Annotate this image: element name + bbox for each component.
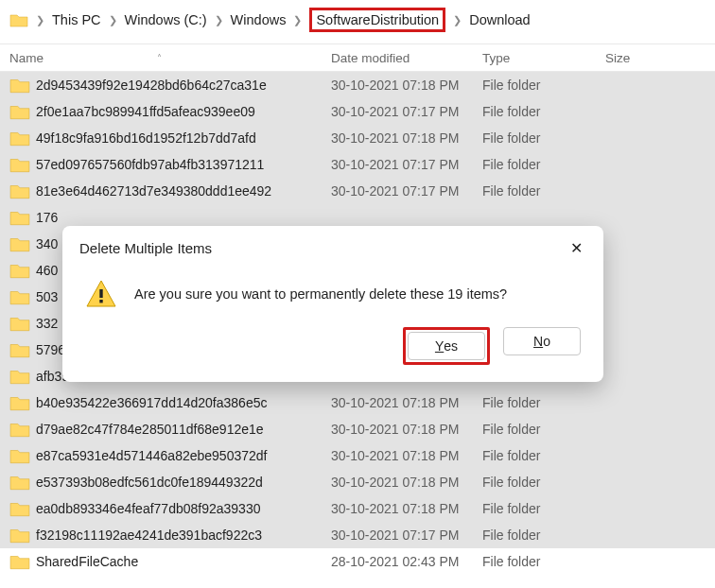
file-type: File folder	[482, 422, 605, 437]
no-rest: o	[543, 334, 550, 349]
folder-icon	[9, 447, 30, 464]
file-type: File folder	[482, 130, 605, 146]
file-date: 30-10-2021 07:18 PM	[331, 395, 482, 410]
folder-icon	[9, 500, 30, 517]
yes-button-highlight: Yes	[403, 327, 490, 365]
breadcrumb-item[interactable]: Windows	[231, 12, 287, 27]
file-type: File folder	[482, 183, 605, 199]
table-row[interactable]: e87ca5931e4d571446a82ebe950372df30-10-20…	[0, 442, 715, 469]
chevron-right-icon: ❯	[453, 14, 462, 26]
file-name: f32198c11192ae4241de391bacf922c3	[36, 527, 331, 543]
folder-icon	[9, 77, 30, 94]
close-icon[interactable]: ✕	[563, 235, 590, 261]
dialog-message: Are you sure you want to permanently del…	[134, 286, 507, 302]
file-type: File folder	[482, 501, 605, 516]
breadcrumb[interactable]: ❯ This PC ❯ Windows (C:) ❯ Windows ❯ Sof…	[0, 0, 715, 43]
file-date: 30-10-2021 07:18 PM	[331, 130, 482, 146]
folder-icon	[9, 368, 30, 385]
file-date: 30-10-2021 07:18 PM	[331, 475, 482, 490]
table-row[interactable]: d79ae82c47f784e285011df68e912e1e30-10-20…	[0, 416, 715, 442]
file-date: 30-10-2021 07:18 PM	[331, 422, 482, 437]
folder-icon	[9, 315, 30, 332]
file-name: e537393b08edfc561dc0fe189449322d	[36, 475, 331, 490]
header-type[interactable]: Type	[482, 51, 605, 65]
yes-underline: Y	[435, 338, 444, 354]
folder-icon	[9, 12, 28, 27]
file-type: File folder	[482, 78, 605, 93]
file-type: File folder	[482, 527, 605, 543]
table-row[interactable]: 81e3e64d462713d7e349380ddd1ee49230-10-20…	[0, 178, 715, 204]
file-name: ea0db893346e4feaf77db08f92a39330	[36, 501, 331, 516]
file-date: 30-10-2021 07:18 PM	[331, 78, 482, 93]
file-name: b40e935422e366917dd14d20fa386e5c	[36, 395, 331, 410]
breadcrumb-item[interactable]: This PC	[52, 12, 101, 27]
file-type: File folder	[482, 157, 605, 172]
folder-icon	[9, 209, 30, 226]
yes-button[interactable]: Yes	[408, 332, 485, 360]
table-row[interactable]: 49f18c9fa916bd16d1952f12b7dd7afd30-10-20…	[0, 125, 715, 151]
file-date: 30-10-2021 07:17 PM	[331, 157, 482, 172]
folder-icon	[9, 103, 30, 120]
file-name: 81e3e64d462713d7e349380ddd1ee492	[36, 183, 331, 199]
file-name: 2d9453439f92e19428bd6b64c27ca31e	[36, 78, 331, 93]
table-row[interactable]: b40e935422e366917dd14d20fa386e5c30-10-20…	[0, 389, 715, 416]
header-name[interactable]: Name ˄	[9, 51, 331, 65]
file-date: 30-10-2021 07:18 PM	[331, 448, 482, 463]
table-row[interactable]: ea0db893346e4feaf77db08f92a3933030-10-20…	[0, 495, 715, 522]
table-row[interactable]: e537393b08edfc561dc0fe189449322d30-10-20…	[0, 469, 715, 495]
file-date: 30-10-2021 07:17 PM	[331, 527, 482, 543]
file-name: 2f0e1aa7bc989941ffd5afeac939ee09	[36, 104, 331, 119]
folder-icon	[9, 394, 30, 411]
file-date: 28-10-2021 02:43 PM	[331, 554, 482, 569]
column-headers: Name ˄ Date modified Type Size	[0, 43, 715, 72]
no-underline: N	[533, 334, 543, 349]
no-button[interactable]: No	[503, 327, 581, 355]
folder-icon	[9, 262, 30, 279]
warning-icon	[85, 278, 117, 310]
table-row[interactable]: 2d9453439f92e19428bd6b64c27ca31e30-10-20…	[0, 72, 715, 98]
file-type: File folder	[482, 395, 605, 410]
folder-icon	[9, 182, 30, 199]
file-name: e87ca5931e4d571446a82ebe950372df	[36, 448, 331, 463]
svg-rect-0	[99, 289, 102, 298]
sort-caret-icon: ˄	[157, 53, 162, 63]
breadcrumb-item[interactable]: Windows (C:)	[125, 12, 207, 27]
file-type: File folder	[482, 448, 605, 463]
folder-icon	[9, 130, 30, 147]
header-date[interactable]: Date modified	[331, 51, 482, 65]
file-type: File folder	[482, 475, 605, 490]
yes-rest: es	[444, 338, 458, 354]
file-name: 176	[36, 210, 331, 225]
file-name: 49f18c9fa916bd16d1952f12b7dd7afd	[36, 130, 331, 146]
folder-icon	[9, 553, 30, 570]
folder-icon	[9, 421, 30, 438]
table-row[interactable]: 2f0e1aa7bc989941ffd5afeac939ee0930-10-20…	[0, 98, 715, 125]
file-type: File folder	[482, 554, 605, 569]
breadcrumb-item[interactable]: Download	[469, 12, 531, 27]
file-name: 57ed097657560fdb97ab4fb313971211	[36, 157, 331, 172]
table-row[interactable]: f32198c11192ae4241de391bacf922c330-10-20…	[0, 522, 715, 548]
file-type: File folder	[482, 104, 605, 119]
chevron-right-icon: ❯	[293, 14, 302, 26]
chevron-right-icon: ❯	[215, 14, 223, 26]
folder-icon	[9, 288, 30, 305]
table-row[interactable]: SharedFileCache28-10-2021 02:43 PMFile f…	[0, 548, 715, 575]
file-date: 30-10-2021 07:17 PM	[331, 183, 482, 199]
chevron-right-icon: ❯	[36, 14, 44, 26]
dialog-title: Delete Multiple Items	[79, 240, 212, 256]
folder-icon	[9, 156, 30, 173]
delete-dialog: Delete Multiple Items ✕ Are you sure you…	[62, 226, 603, 382]
svg-rect-1	[99, 300, 102, 303]
folder-icon	[9, 527, 30, 544]
file-name: d79ae82c47f784e285011df68e912e1e	[36, 422, 331, 437]
file-name: SharedFileCache	[36, 554, 331, 569]
chevron-right-icon: ❯	[109, 14, 117, 26]
file-date: 30-10-2021 07:17 PM	[331, 104, 482, 119]
header-size[interactable]: Size	[605, 51, 706, 65]
file-date: 30-10-2021 07:18 PM	[331, 501, 482, 516]
folder-icon	[9, 235, 30, 252]
table-row[interactable]: 57ed097657560fdb97ab4fb31397121130-10-20…	[0, 151, 715, 178]
folder-icon	[9, 474, 30, 491]
breadcrumb-item-highlighted[interactable]: SoftwareDistribution	[309, 8, 445, 32]
folder-icon	[9, 341, 30, 358]
